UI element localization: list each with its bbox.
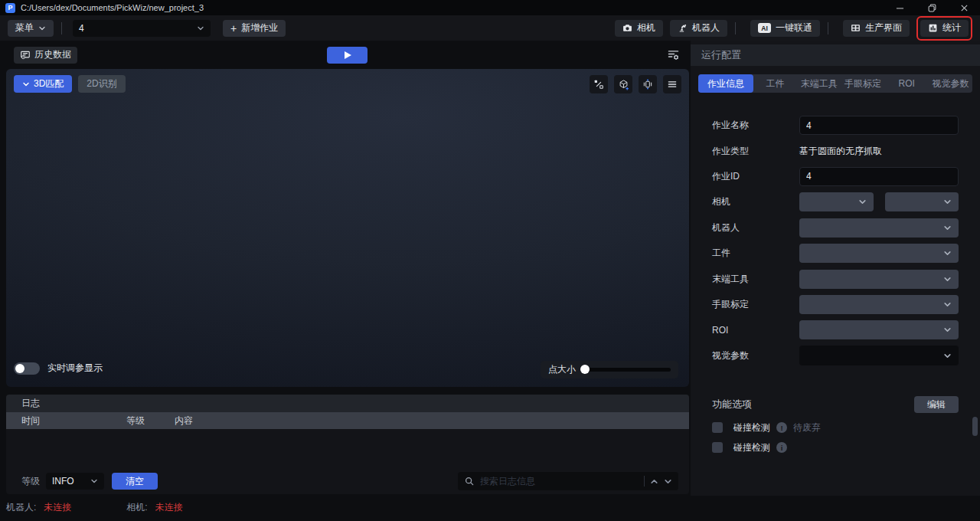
minimize-button[interactable] xyxy=(884,0,916,15)
3d-viewport[interactable]: 3D匹配 2D识别 xyxy=(6,69,689,387)
log-level-select[interactable]: INFO xyxy=(46,473,104,490)
job-type-value: 基于圆面的无序抓取 xyxy=(799,145,882,158)
robot-status: 机器人: 未连接 xyxy=(6,501,71,514)
chevron-down-icon xyxy=(943,326,952,334)
viewport-menu-button[interactable] xyxy=(663,75,681,93)
roi-select[interactable] xyxy=(799,320,959,339)
app-window: P C:/Users/dex/Documents/PickWiz/new_pro… xyxy=(0,0,980,521)
robot-select[interactable] xyxy=(799,218,959,238)
run-play-button[interactable] xyxy=(327,47,368,64)
new-job-button[interactable]: + 新增作业 xyxy=(223,20,286,37)
stats-button-label: 统计 xyxy=(942,21,961,34)
search-icon xyxy=(464,476,475,487)
workpiece-select[interactable] xyxy=(799,244,959,263)
menu-button[interactable]: 菜单 xyxy=(8,20,54,37)
toolbar-separator xyxy=(828,22,828,34)
new-job-label: 新增作业 xyxy=(241,21,278,34)
point-size-slider[interactable] xyxy=(582,368,671,372)
chevron-down-icon xyxy=(943,224,952,232)
camera-select-2[interactable] xyxy=(885,192,959,211)
fit-view-button[interactable] xyxy=(639,75,657,93)
panel-scrollbar-thumb[interactable] xyxy=(972,417,978,436)
edit-options-button[interactable]: 编辑 xyxy=(914,396,959,413)
log-table-header: 时间 等级 内容 xyxy=(6,412,689,429)
close-icon xyxy=(960,4,969,12)
chevron-down-icon xyxy=(943,198,952,206)
search-next-button[interactable] xyxy=(664,477,672,486)
tab-3d-match[interactable]: 3D匹配 xyxy=(14,75,72,93)
viewport-header: 历史数据 xyxy=(6,41,689,69)
info-icon: i xyxy=(776,442,787,453)
toolbar-right-group: 相机 机器人 AI 一键联通 生产界面 统计 xyxy=(608,16,972,41)
function-options-title: 功能选项 xyxy=(712,398,752,411)
job-name-input[interactable] xyxy=(799,116,959,135)
robot-arm-icon xyxy=(678,23,688,33)
toggle-knob xyxy=(15,364,24,373)
point-size-label: 点大小 xyxy=(548,363,576,376)
collision-check-2-label: 碰撞检测 xyxy=(733,441,770,454)
tab-workpiece[interactable]: 工件 xyxy=(753,77,797,90)
chevron-down-icon xyxy=(943,249,952,257)
add-cube-button[interactable] xyxy=(614,75,632,93)
hamburger-menu-icon xyxy=(667,79,678,90)
log-col-time: 时间 xyxy=(21,415,126,428)
chevron-down-icon xyxy=(22,80,30,88)
close-button[interactable] xyxy=(948,0,980,15)
form-row-end-tool: 末端工具 xyxy=(712,266,959,291)
cube-add-icon xyxy=(618,79,629,90)
toolbar-separator xyxy=(735,22,736,34)
log-level-label: 等级 xyxy=(21,475,40,488)
vision-params-select[interactable] xyxy=(799,346,959,365)
collision-check-2-checkbox[interactable] xyxy=(712,442,723,453)
form-row-robot: 机器人 xyxy=(712,215,959,241)
hand-eye-select[interactable] xyxy=(799,295,959,314)
bar-chart-icon xyxy=(928,23,938,33)
job-id-input[interactable] xyxy=(799,167,959,186)
vision-params-field-label: 视觉参数 xyxy=(712,349,799,362)
stats-button[interactable]: 统计 xyxy=(920,20,969,37)
log-table-body[interactable] xyxy=(6,429,689,471)
production-ui-button[interactable]: 生产界面 xyxy=(843,20,910,37)
minimize-icon xyxy=(896,4,904,12)
log-search-input[interactable] xyxy=(480,476,639,487)
search-separator xyxy=(644,476,645,487)
status-bar: 机器人: 未连接 相机: 未连接 xyxy=(6,494,689,521)
form-row-vision-params: 视觉参数 xyxy=(712,343,959,369)
restore-button[interactable] xyxy=(916,0,948,15)
job-info-form: 作业名称 作业类型 基于圆面的无序抓取 作业ID 相机 xyxy=(712,113,959,369)
chevron-up-icon xyxy=(650,477,658,486)
view-settings-button[interactable] xyxy=(667,49,680,61)
realtime-param-toggle[interactable] xyxy=(14,362,40,375)
form-row-job-name: 作业名称 xyxy=(712,113,959,138)
job-select-dropdown[interactable]: 4 xyxy=(73,20,211,37)
log-panel-title: 日志 xyxy=(6,395,689,412)
tab-job-info[interactable]: 作业信息 xyxy=(698,74,753,93)
tab-hand-eye[interactable]: 手眼标定 xyxy=(841,77,884,90)
tab-vision-params[interactable]: 视觉参数 xyxy=(929,77,972,90)
camera-select-1[interactable] xyxy=(799,192,874,211)
log-level-value: INFO xyxy=(52,476,74,487)
one-key-connect-button[interactable]: AI 一键联通 xyxy=(750,20,820,37)
camera-button[interactable]: 相机 xyxy=(615,20,663,37)
config-tab-bar: 作业信息 工件 末端工具 手眼标定 ROI 视觉参数 xyxy=(698,74,972,93)
measure-link-button[interactable] xyxy=(590,75,608,93)
robot-status-label: 机器人: xyxy=(6,501,36,514)
search-prev-button[interactable] xyxy=(650,477,658,486)
end-tool-field-label: 末端工具 xyxy=(712,273,799,286)
tab-roi[interactable]: ROI xyxy=(885,78,929,89)
end-tool-select[interactable] xyxy=(799,270,959,289)
plus-icon: + xyxy=(230,23,237,34)
job-name-label: 作业名称 xyxy=(712,119,799,132)
play-icon xyxy=(345,51,351,59)
collision-check-1-checkbox[interactable] xyxy=(712,422,723,433)
job-type-label: 作业类型 xyxy=(712,145,799,158)
tab-end-tool[interactable]: 末端工具 xyxy=(797,77,841,90)
tab-2d-recognition[interactable]: 2D识别 xyxy=(78,75,125,93)
history-data-button[interactable]: 历史数据 xyxy=(14,47,77,64)
title-bar: P C:/Users/dex/Documents/PickWiz/new_pro… xyxy=(0,0,980,15)
robot-button[interactable]: 机器人 xyxy=(670,20,727,37)
production-ui-label: 生产界面 xyxy=(865,21,902,34)
log-clear-button[interactable]: 清空 xyxy=(112,473,158,490)
slider-knob[interactable] xyxy=(580,365,590,374)
log-col-content: 内容 xyxy=(175,415,193,428)
